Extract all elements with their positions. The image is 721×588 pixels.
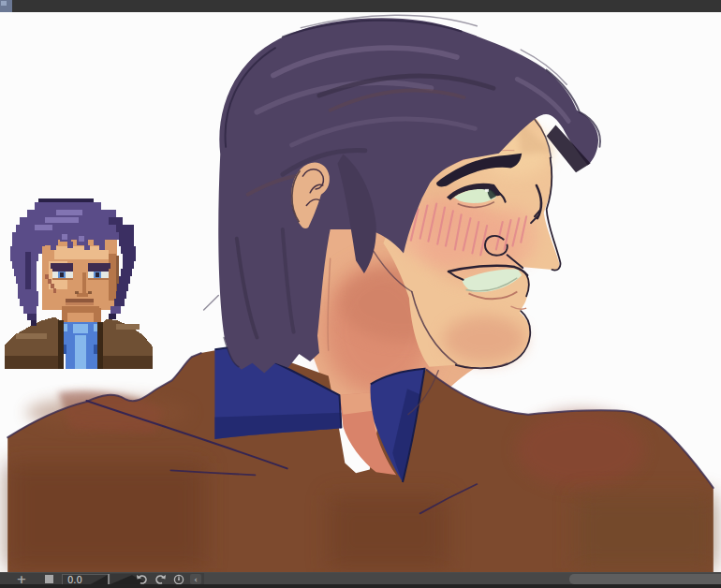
- paint-app-window: + 0.0 ‹: [0, 0, 721, 588]
- redo-icon: [154, 574, 167, 584]
- undo-icon: [136, 574, 148, 584]
- collar-gap-skin-light: [339, 392, 372, 414]
- sprite-mouth: [66, 299, 94, 305]
- titlebar: [0, 0, 721, 12]
- pixel-sprite-reference: [5, 197, 153, 369]
- angle-wedge-icon: [89, 575, 108, 584]
- corner-swatch-highlight: [1, 1, 7, 6]
- slider-separator: [108, 574, 110, 584]
- corner-swatch-icon[interactable]: [0, 0, 12, 12]
- stop-swatch-button[interactable]: [45, 575, 53, 583]
- canvas-viewport[interactable]: [0, 12, 721, 572]
- window-bottom-strip: [0, 584, 721, 588]
- horizontal-scrollbar-thumb[interactable]: [569, 574, 721, 584]
- reset-rotation-icon: [173, 574, 184, 585]
- angle-slider[interactable]: 0.0: [62, 574, 108, 584]
- angle-value: 0.0: [67, 575, 82, 584]
- bottom-toolbar: + 0.0 ‹: [0, 572, 721, 584]
- sprite-neck: [62, 308, 100, 325]
- collapse-toolbar-button[interactable]: ‹: [190, 574, 201, 584]
